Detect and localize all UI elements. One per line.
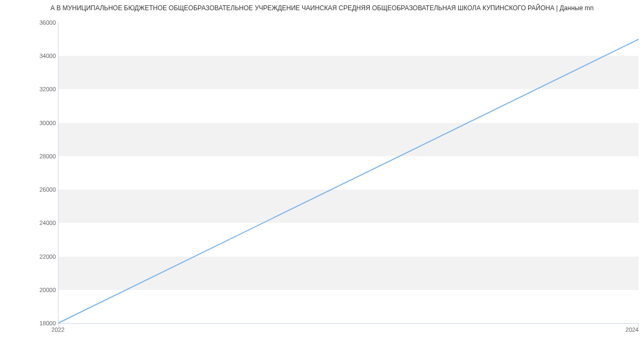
y-tick-label: 26000: [24, 186, 56, 193]
y-tick-label: 28000: [24, 153, 56, 159]
x-tick: [638, 323, 639, 328]
series-line: [58, 39, 639, 323]
y-tick-label: 24000: [24, 220, 56, 226]
chart-container: { "chart_data": { "type": "line", "title…: [0, 0, 644, 349]
x-tick: [58, 323, 58, 328]
y-tick-label: 18000: [24, 320, 56, 326]
y-tick-label: 30000: [24, 120, 56, 126]
y-axis-line: [58, 23, 58, 323]
chart-title: А В МУНИЦИПАЛЬНОЕ БЮДЖЕТНОЕ ОБЩЕОБРАЗОВА…: [0, 0, 644, 12]
chart-line-layer: [58, 23, 639, 323]
y-tick-label: 20000: [24, 287, 56, 293]
x-axis-line: [58, 323, 639, 324]
y-tick-label: 34000: [24, 53, 56, 59]
y-tick-label: 32000: [24, 86, 56, 92]
x-tick-label: 2024: [626, 326, 639, 333]
y-tick-label: 36000: [24, 19, 56, 26]
plot-area: [58, 23, 639, 323]
y-tick-label: 22000: [24, 253, 56, 260]
